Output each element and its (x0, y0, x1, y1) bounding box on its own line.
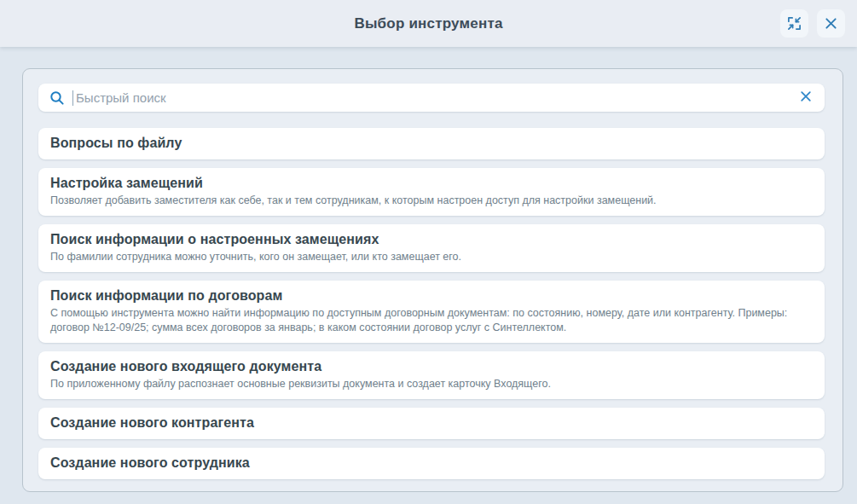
tool-description: По приложенному файлу распознает основны… (50, 377, 813, 391)
expand-icon (787, 16, 802, 31)
dialog-header: Выбор инструмента (0, 0, 857, 47)
text-caret (72, 90, 73, 106)
tool-description: По фамилии сотрудника можно уточнить, ко… (50, 250, 813, 264)
tool-title: Создание нового входящего документа (50, 358, 813, 375)
tool-title: Поиск информации по договорам (50, 287, 813, 304)
tool-title: Вопросы по файлу (50, 135, 813, 152)
tool-item[interactable]: Вопросы по файлу (38, 128, 825, 159)
clear-icon (800, 90, 812, 105)
expand-button[interactable] (780, 9, 808, 38)
tool-picker-panel: Вопросы по файлу Настройка замещений Поз… (22, 68, 843, 492)
tool-title: Создание нового контрагента (50, 414, 813, 432)
header-actions (780, 0, 845, 47)
tool-list: Вопросы по файлу Настройка замещений Поз… (38, 128, 825, 479)
close-icon (825, 17, 837, 30)
tool-item[interactable]: Создание нового входящего документа По п… (38, 351, 825, 399)
search-input[interactable] (76, 84, 798, 112)
tool-item[interactable]: Настройка замещений Позволяет добавить з… (38, 168, 825, 216)
tool-description: Позволяет добавить заместителя как себе,… (50, 194, 813, 208)
tool-item[interactable]: Создание нового сотрудника (38, 448, 825, 479)
tool-description: С помощью инструмента можно найти информ… (50, 306, 813, 335)
tool-title: Создание нового сотрудника (50, 455, 813, 472)
close-button[interactable] (817, 9, 845, 38)
clear-search-button[interactable] (798, 89, 814, 107)
tool-item[interactable]: Поиск информации по договорам С помощью … (38, 281, 825, 343)
search-icon (49, 90, 65, 106)
tool-item[interactable]: Поиск информации о настроенных замещения… (38, 224, 825, 272)
dialog-title: Выбор инструмента (0, 0, 857, 47)
tool-item[interactable]: Создание нового контрагента (38, 408, 825, 439)
tool-title: Настройка замещений (50, 175, 813, 192)
tool-title: Поиск информации о настроенных замещения… (50, 231, 813, 248)
search-bar[interactable] (38, 84, 825, 112)
